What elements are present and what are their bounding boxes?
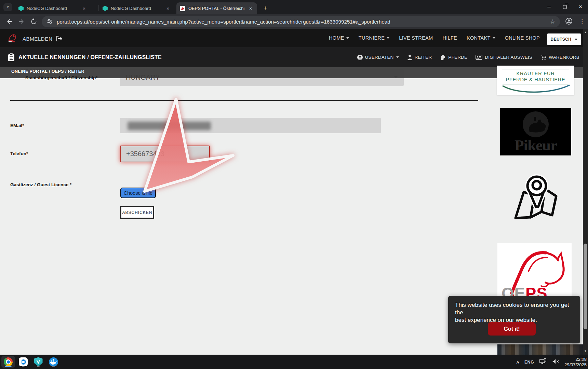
ad-map-locator[interactable] (511, 174, 559, 221)
menu-pferde[interactable]: PFERDE (440, 55, 467, 60)
chevron-down-icon (575, 39, 577, 40)
browser-tab-1[interactable]: NodeCG Dashboard × (15, 2, 97, 14)
windows-taskbar: ^ ENG 22:08 29/07/2025 (0, 355, 588, 369)
chrome-icon (4, 357, 13, 366)
pikeur-emblem-icon (500, 108, 571, 139)
person-icon (407, 55, 412, 60)
redacted-email-value (128, 122, 211, 130)
window-close-button[interactable]: × (575, 1, 586, 12)
phone-value: +356673483 (126, 150, 164, 158)
language-selector[interactable]: DEUTSCH (547, 33, 581, 45)
volume-muted-icon[interactable] (552, 358, 559, 366)
nav-item-livestream[interactable]: LIVE STREAM (399, 35, 433, 41)
breadcrumb[interactable]: ONLINE PORTAL / OEPS / REITER (11, 69, 84, 74)
choose-file-button[interactable]: Choose a file (120, 188, 156, 198)
tab-search-chevron-icon[interactable]: ˅ (3, 3, 12, 11)
nav-item-turniere[interactable]: TURNIERE (359, 35, 390, 41)
restore-icon (563, 5, 567, 9)
email-field[interactable] (120, 118, 381, 133)
site-info-icon[interactable] (47, 18, 53, 25)
ad-kraeuter-line1: KRÄUTER FÜR (497, 70, 574, 77)
tab-title: NodeCG Dashboard (111, 6, 162, 11)
menu-kebab-icon[interactable]: ⋮ (579, 18, 585, 25)
ad-pikeur-banner[interactable]: Pikeur (500, 108, 571, 155)
menu-warenkorb[interactable]: WARENKORB (540, 55, 579, 60)
profile-icon[interactable] (565, 17, 573, 27)
map-pin-icon (511, 174, 559, 221)
page-subheader: AKTUELLE NENNUNGEN / OFFENE-ZAHLUNGSLIST… (0, 47, 583, 67)
keyboard-language[interactable]: ENG (524, 360, 534, 365)
nav-item-hilfe[interactable]: HILFE (442, 35, 457, 41)
ad-swoosh (497, 84, 574, 93)
network-display-icon[interactable] (539, 358, 547, 366)
address-bar[interactable]: portal.oeps.at/oeps/set-online/manage_na… (42, 16, 560, 27)
new-tab-button[interactable]: + (260, 3, 270, 13)
window-restore-button[interactable] (559, 1, 571, 12)
citizenship-label: Staatsbürgerschaft / Citizenship* (25, 75, 98, 80)
site-header: ABMELDEN HOME TURNIERE LIVE STREAM HILFE… (0, 29, 583, 47)
logout-label: ABMELDEN (23, 36, 52, 42)
taskbar-app3-button[interactable] (31, 356, 45, 368)
pikeur-wordmark: Pikeur (500, 136, 571, 154)
system-tray: ^ ENG 22:08 29/07/2025 (516, 355, 587, 369)
page-title: AKTUELLE NENNUNGEN / OFFENE-ZAHLUNGSLIST… (18, 54, 162, 60)
horse-icon (440, 55, 446, 60)
cart-icon (540, 55, 546, 60)
reload-icon[interactable] (29, 16, 39, 27)
clipboard-icon (8, 53, 15, 62)
menu-digitaler-ausweis[interactable]: DIGITALER AUSWEIS (476, 55, 532, 60)
running-app-indicator (37, 366, 40, 367)
taskbar-docker-button[interactable] (46, 356, 60, 368)
browser-tab-3-active[interactable]: OEPS PORTAL - Österreichische × (176, 2, 257, 14)
bookmark-star-icon[interactable]: ☆ (550, 18, 555, 25)
menu-userdaten[interactable]: USERDATEN (357, 55, 399, 60)
forward-icon[interactable] (16, 16, 27, 27)
guest-licence-label: Gastlizenz / Guest Licence * (10, 182, 71, 187)
email-label: EMail* (10, 123, 24, 128)
tab-close-icon[interactable]: × (248, 5, 254, 12)
phone-label: Telefon* (10, 151, 28, 156)
menu-reiter[interactable]: REITER (407, 55, 432, 60)
browser-tab-2[interactable]: NodeCG Dashboard × (99, 2, 174, 14)
oeps-logo[interactable] (7, 33, 17, 44)
active-app-indicator (5, 366, 12, 367)
tab-close-icon[interactable]: × (81, 5, 87, 12)
phone-field[interactable]: +356673483 (120, 146, 210, 162)
ad-photo-strip[interactable] (497, 344, 583, 355)
clock[interactable]: 22:08 29/07/2025 (564, 357, 587, 368)
tab-close-icon[interactable]: × (165, 5, 171, 12)
cookie-text: This website uses cookies to ensure you … (455, 301, 577, 324)
tray-chevron-up-icon[interactable]: ^ (516, 360, 519, 366)
logout-button[interactable]: ABMELDEN (23, 35, 63, 42)
screen: ˅ NodeCG Dashboard × NodeCG Dashboard × … (0, 0, 588, 369)
tab-title: NodeCG Dashboard (27, 6, 78, 11)
cookie-accept-button[interactable]: Got it! (488, 322, 536, 336)
scrollbar-thumb[interactable] (584, 244, 587, 329)
docker-whale-icon (49, 357, 58, 367)
chevron-down-icon (387, 37, 389, 39)
nav-item-home[interactable]: HOME (329, 35, 349, 41)
ad-kraeuter-banner[interactable]: KRÄUTER FÜR PFERDE & HAUSTIERE (497, 66, 574, 95)
running-app-indicator (22, 366, 25, 367)
taskbar-app2-button[interactable] (16, 356, 30, 368)
oeps-favicon-icon (180, 6, 185, 11)
clock-date: 29/07/2025 (564, 362, 587, 367)
window-minimize-button[interactable]: – (543, 1, 555, 12)
back-icon[interactable] (4, 16, 14, 27)
scroll-down-icon[interactable]: ▼ (583, 350, 588, 353)
taskbar-chrome-button[interactable] (1, 356, 15, 368)
id-card-icon (476, 55, 482, 60)
cookie-banner: This website uses cookies to ensure you … (448, 296, 580, 343)
url-text: portal.oeps.at/oeps/set-online/manage_na… (57, 19, 390, 25)
nav-item-onlineshop[interactable]: ONLINE SHOP (505, 35, 540, 41)
scroll-up-icon[interactable]: ▲ (583, 31, 588, 34)
page-scrollbar[interactable]: ▲ ▼ (583, 29, 588, 355)
chevron-down-icon (346, 37, 349, 39)
nav-item-kontakt[interactable]: KONTAKT (467, 35, 495, 41)
submit-button[interactable]: ABSCHICKEN (120, 206, 154, 219)
shield-app-icon (34, 357, 43, 367)
main-menu: HOME TURNIERE LIVE STREAM HILFE KONTAKT … (329, 29, 540, 47)
ad-kraeuter-line2: PFERDE & HAUSTIERE (497, 77, 574, 83)
user-menu: USERDATEN REITER PFERDE DIGITALER AUSWEI… (357, 47, 580, 67)
logout-icon (55, 35, 63, 42)
